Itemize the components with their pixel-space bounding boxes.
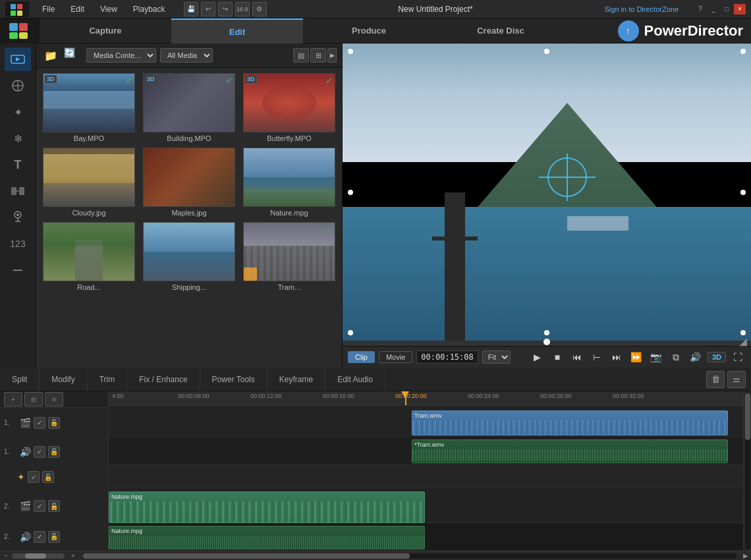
help-button[interactable]: ? xyxy=(694,4,706,14)
clip-nature-a2[interactable]: Nature.mpg xyxy=(109,526,425,549)
aspect-ratio-button[interactable]: 16:9 xyxy=(235,2,250,16)
svg-marker-20 xyxy=(739,339,747,347)
prev-frame-button[interactable]: ⏮ xyxy=(569,349,585,365)
tab-edit[interactable]: Edit xyxy=(171,18,303,43)
preview-scrubber[interactable] xyxy=(543,339,550,345)
track-a1: *Tram.wmv xyxy=(109,437,743,464)
timeline-ruler[interactable]: 4:00 00:00:08:00 00:00:12:00 00:00:16:00… xyxy=(109,391,743,406)
timeline-scrollbar-h[interactable]: − + ▶ xyxy=(0,551,751,560)
clip-tram-v1[interactable]: Tram.wmv xyxy=(412,410,728,435)
track-fx-lock[interactable]: 🔓 xyxy=(42,471,54,483)
clip-button[interactable]: Clip xyxy=(348,351,375,363)
volume-button[interactable]: 🔊 xyxy=(688,349,704,365)
sidebar-audio[interactable] xyxy=(5,206,31,229)
sidebar-effects[interactable] xyxy=(5,74,31,98)
media-item-cloudy[interactable]: Cloudy.jpg xyxy=(42,148,136,217)
sidebar-pip[interactable]: ✦ xyxy=(5,100,31,124)
tab-produce[interactable]: Produce xyxy=(303,18,435,43)
media-item-maples[interactable]: Maples.jpg xyxy=(142,148,236,217)
zoom-slider[interactable] xyxy=(12,553,65,559)
delete-clip-button[interactable]: 🗑 xyxy=(706,371,725,388)
sidebar-particles[interactable]: ❄ xyxy=(5,126,31,150)
fullscreen-button[interactable]: ⛶ xyxy=(730,349,746,365)
media-item-butterfly[interactable]: 3D ✓ Butterfly.MPO xyxy=(242,73,337,142)
menu-edit[interactable]: Edit xyxy=(68,3,87,15)
tab-split[interactable]: Split xyxy=(0,368,40,391)
menu-view[interactable]: View xyxy=(97,3,120,15)
redo-button[interactable]: ↪ xyxy=(218,2,233,16)
settings-button[interactable]: ⚙ xyxy=(252,2,267,16)
h-scroll-thumb[interactable] xyxy=(83,553,410,559)
multi-cam-button[interactable]: ⊟ xyxy=(24,392,43,406)
tab-fix-enhance[interactable]: Fix / Enhance xyxy=(127,368,200,391)
media-item-road[interactable]: Road... xyxy=(42,222,136,291)
zoom-dropdown[interactable]: Fit xyxy=(482,350,511,364)
volume-triangle xyxy=(739,339,747,349)
maximize-button[interactable]: □ xyxy=(721,4,733,14)
track-v2-lock[interactable]: 🔓 xyxy=(48,500,60,512)
clip-nature-v2[interactable]: Nature.mpg xyxy=(109,491,425,523)
undo-button[interactable]: ↩ xyxy=(201,2,215,16)
sidebar-subtitle[interactable]: ━━ xyxy=(5,258,31,282)
h-scroll-track[interactable] xyxy=(83,553,737,559)
scroll-plus-button[interactable]: + xyxy=(67,552,79,560)
fast-forward-button[interactable]: ⏩ xyxy=(628,349,644,365)
minimize-button[interactable]: _ xyxy=(708,4,719,14)
filter-dropdown[interactable]: All Media xyxy=(160,48,213,63)
pip-preview-button[interactable]: ⧉ xyxy=(668,349,684,365)
sidebar-title[interactable]: T xyxy=(5,153,31,177)
view-list-button[interactable]: ▤ xyxy=(293,48,309,63)
tab-modify[interactable]: Modify xyxy=(40,368,87,391)
media-item-shipping[interactable]: Shipping... xyxy=(142,222,236,291)
media-item-nature[interactable]: ✓ Nature.mpg xyxy=(242,148,337,217)
scroll-v-thumb[interactable] xyxy=(745,393,750,440)
next-frame-button[interactable]: ⏭ xyxy=(609,349,625,365)
sign-in-link[interactable]: Sign in to DirectorZone xyxy=(605,5,679,13)
tab-create-disc[interactable]: Create Disc xyxy=(435,18,567,43)
tab-trim[interactable]: Trim xyxy=(88,368,128,391)
scroll-minus-button[interactable]: − xyxy=(0,552,12,560)
check-building: ✓ xyxy=(225,75,233,86)
media-item-building[interactable]: 3D ✓ Building.MPO xyxy=(142,73,236,142)
more-options-button[interactable]: ⚌ xyxy=(727,371,746,388)
media-item-bay[interactable]: 3D ✓ Bay.MPO xyxy=(42,73,136,142)
tab-edit-audio[interactable]: Edit Audio xyxy=(325,368,385,391)
media-item-tram[interactable]: ✓ Tram... xyxy=(242,222,337,291)
snapshot-button[interactable]: 📷 xyxy=(648,349,664,365)
stop-button[interactable]: ■ xyxy=(549,349,565,365)
open-folder-button[interactable]: 📁 xyxy=(42,47,60,63)
track-list-button[interactable]: ≡ xyxy=(45,392,63,406)
close-button[interactable]: × xyxy=(734,4,746,14)
track-add-button[interactable]: + xyxy=(4,392,22,406)
scroll-right-button[interactable]: ▶ xyxy=(740,552,751,560)
menu-file[interactable]: File xyxy=(40,3,57,15)
tab-keyframe[interactable]: Keyframe xyxy=(267,368,325,391)
track-a1-toggle[interactable]: ✓ xyxy=(34,446,45,458)
trim-left-button[interactable]: ⊢ xyxy=(589,349,605,365)
view-grid-button[interactable]: ⊞ xyxy=(310,48,326,63)
refresh-button[interactable]: 🔄 xyxy=(64,47,82,63)
ruler-time-1: 00:00:08:00 xyxy=(178,393,209,399)
track-v2-toggle[interactable]: ✓ xyxy=(34,500,45,512)
sidebar-media[interactable] xyxy=(5,47,31,71)
sidebar-transition[interactable] xyxy=(5,179,31,203)
content-type-dropdown[interactable]: Media Conte... xyxy=(86,48,156,63)
track-v1-lock[interactable]: 🔓 xyxy=(48,417,60,429)
tab-capture[interactable]: Capture xyxy=(40,18,171,43)
collapse-panel-button[interactable]: ▶ xyxy=(327,48,337,63)
clip-tram-a1[interactable]: *Tram.wmv xyxy=(412,439,728,463)
movie-button[interactable]: Movie xyxy=(379,351,412,363)
track-a1-lock[interactable]: 🔓 xyxy=(48,446,60,458)
tab-power-tools[interactable]: Power Tools xyxy=(200,368,267,391)
track-a2-toggle[interactable]: ✓ xyxy=(34,531,45,543)
timeline-scrollbar-v[interactable] xyxy=(743,391,751,551)
play-button[interactable]: ▶ xyxy=(530,349,545,365)
track-v1-toggle[interactable]: ✓ xyxy=(34,417,45,429)
preview-progress-bar[interactable] xyxy=(343,341,751,346)
menu-playback[interactable]: Playback xyxy=(130,3,168,15)
track-fx-toggle[interactable]: ✓ xyxy=(28,471,40,483)
save-button[interactable]: 💾 xyxy=(184,2,198,16)
track-a2-lock[interactable]: 🔓 xyxy=(48,531,60,543)
3d-button[interactable]: 3D xyxy=(708,352,726,362)
sidebar-slideshow[interactable]: 123 xyxy=(5,232,31,256)
